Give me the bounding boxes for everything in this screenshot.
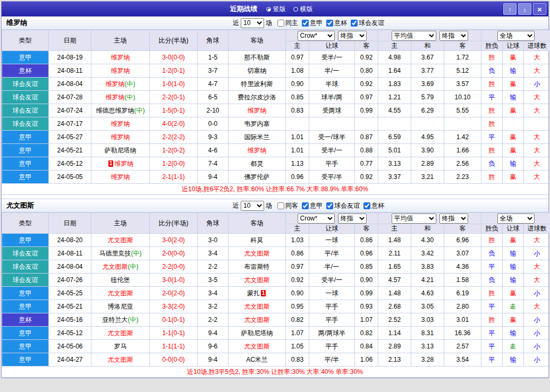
avg-draw-odds: 4.30: [411, 234, 444, 247]
handicap-line: 平手: [309, 300, 355, 313]
league-filter-1[interactable]: 意甲: [298, 201, 323, 210]
same-side-filter[interactable]: 同主: [274, 19, 298, 28]
avg-away-odds: 2.57: [444, 340, 481, 353]
result-outcome: 胜: [481, 313, 503, 327]
result-handicap: 输: [503, 91, 524, 104]
team-link: 纽伦堡: [111, 276, 130, 284]
team-link: 蒙扎: [247, 289, 260, 297]
result-goals: 小: [524, 247, 550, 260]
avg-home-odds: 1.48: [378, 234, 411, 247]
league-badge: 球会友谊: [2, 117, 49, 131]
odds-company-select[interactable]: Crow*: [298, 214, 335, 224]
subcolumn-header: 让球: [503, 41, 524, 51]
league-filter-2[interactable]: 球会友谊: [323, 201, 360, 210]
layout-option-vertical[interactable]: 竖版: [266, 5, 286, 14]
column-header: 类型: [2, 30, 49, 51]
team-section-2: 尤文图斯近10场同客意甲球会友谊意杯类型日期主场比分(半场)角球客场Crow*终…: [2, 199, 548, 378]
avg-home-odds: 4.55: [378, 104, 411, 117]
match-score: 2-2(0-0): [150, 260, 198, 274]
handicap-line: 受半/一: [309, 144, 355, 157]
same-side-filter-checkbox[interactable]: [277, 202, 284, 209]
games-label: 场: [266, 19, 272, 28]
checkbox-label: 球会友谊: [334, 201, 360, 210]
same-side-filter[interactable]: 同客: [274, 201, 298, 210]
home-odds: 1.01: [286, 144, 309, 157]
match-score: 2-2(0-1): [150, 91, 198, 104]
avg-away-odds: 4.36: [444, 260, 481, 274]
away-team: 国际米兰: [229, 131, 286, 144]
column-header: 比分(半场): [150, 30, 198, 51]
avg-away-odds: 2.56: [444, 157, 481, 171]
avg-final-select[interactable]: 终指: [439, 214, 468, 224]
match-count-select[interactable]: 10: [241, 18, 264, 28]
match-score: 2-1(1-1): [150, 171, 198, 184]
avg-draw-odds: 6.29: [411, 104, 444, 117]
match-score: 2-0(0-0): [150, 247, 198, 260]
avg-away-odds: 3.57: [444, 78, 481, 91]
odds-final-select[interactable]: 终指: [338, 31, 367, 41]
close-button[interactable]: ×: [533, 3, 546, 15]
match-date: 24-08-11: [49, 64, 91, 78]
away-team: 费拉尔皮沙洛: [229, 91, 286, 104]
scope-select[interactable]: 全场: [497, 214, 535, 224]
avg-away-odds: 2.23: [444, 171, 481, 184]
team-link: 尤文图斯: [108, 236, 133, 244]
table-row: 意甲24-05-06罗马1-1(1-1)9-6尤文图斯1.05平手0.842.8…: [2, 340, 550, 353]
avg-home-odds: 1.21: [378, 91, 411, 104]
league-filter-3-checkbox[interactable]: [363, 202, 370, 209]
neutral-venue-tag: (中): [131, 250, 142, 257]
league-badge: 意甲: [2, 327, 49, 340]
match-filters: 近10场同客意甲球会友谊意杯: [231, 201, 384, 211]
layout-option-label: 横版: [300, 5, 313, 14]
team-link: 萨勒尼塔纳: [241, 329, 273, 337]
scroll-down-button[interactable]: ↓: [518, 3, 531, 15]
table-row: 意甲24-05-21萨勒尼塔纳1-2(0-2)4-6维罗纳1.01受半/一0.8…: [2, 144, 550, 157]
team-link: 尤文图斯: [244, 316, 270, 323]
odds-company-select[interactable]: Crow*: [298, 31, 335, 41]
home-odds: 0.92: [286, 274, 309, 287]
avg-odds-select[interactable]: 平均值: [392, 31, 436, 41]
odds-final-select[interactable]: 终指: [338, 214, 367, 224]
same-side-filter-checkbox[interactable]: [277, 20, 284, 27]
avg-odds-select[interactable]: 平均值: [392, 214, 436, 224]
league-badge: 意甲: [2, 287, 49, 300]
league-filter-2-checkbox[interactable]: [326, 20, 333, 27]
handicap-line: 一球: [309, 234, 355, 247]
team-link: 维罗纳: [106, 93, 125, 101]
team-link: 尤文图斯: [244, 250, 270, 257]
handicap-line: 受两球: [309, 104, 355, 117]
column-header: 角球: [198, 30, 229, 51]
league-filter-1-checkbox[interactable]: [302, 202, 309, 209]
handicap-line: 一球: [309, 287, 355, 300]
avg-away-odds: 5.12: [444, 64, 481, 78]
league-filter-3-checkbox[interactable]: [351, 20, 358, 27]
avg-final-select[interactable]: 终指: [439, 31, 468, 41]
avg-home-odds: 2.11: [378, 247, 411, 260]
match-count-select[interactable]: 10: [241, 201, 264, 211]
league-filter-3[interactable]: 球会友谊: [347, 19, 384, 28]
team-link: 佛罗伦萨: [244, 173, 270, 181]
home-odds: 0.82: [286, 313, 309, 327]
league-filter-1[interactable]: 意甲: [298, 19, 323, 28]
avg-draw-odds: 5.79: [411, 91, 444, 104]
league-filter-2[interactable]: 意杯: [323, 19, 347, 28]
avg-draw-odds: 3.83: [411, 260, 444, 274]
table-row: 意甲24-05-12尤文图斯1-1(0-1)9-4萨勒尼塔纳1.07两/两球半0…: [2, 327, 550, 340]
league-badge: 意甲: [2, 300, 49, 313]
away-team: 佛罗伦萨: [229, 171, 286, 184]
result-goals: 大: [524, 171, 550, 184]
result-outcome: 负: [481, 157, 503, 171]
league-filter-2-checkbox[interactable]: [326, 202, 333, 209]
section-summary: 近10场,胜3平5负2, 胜率:30% 让胜率:30% 大率:40% 单率:30…: [2, 367, 548, 378]
league-badge: 意甲: [2, 51, 49, 64]
away-team: 蒙扎1: [229, 287, 286, 300]
layout-option-horizontal[interactable]: 横版: [293, 5, 313, 14]
near-label: 近: [233, 19, 239, 28]
avg-draw-odds: 3.42: [411, 247, 444, 260]
league-filter-1-checkbox[interactable]: [302, 20, 309, 27]
league-filter-3[interactable]: 意杯: [360, 201, 384, 210]
result-outcome: 平: [481, 131, 503, 144]
handicap-line: 受平/半: [309, 171, 355, 184]
scope-select[interactable]: 全场: [497, 31, 535, 41]
scroll-up-button[interactable]: ↑: [503, 3, 517, 15]
